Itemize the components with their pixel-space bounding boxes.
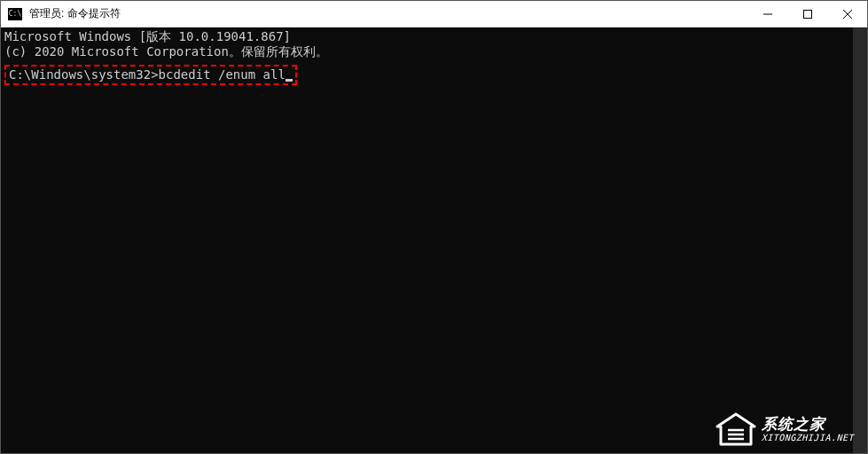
watermark-url: XITONGZHIJIA.NET [762,433,854,442]
window-title: 管理员: 命令提示符 [29,6,747,21]
watermark-name: 系统之家 [762,416,854,433]
minimize-icon [763,10,772,19]
cmd-icon: C:\ [8,8,22,20]
terminal-command: bcdedit /enum all [159,67,285,82]
svg-rect-1 [803,10,811,18]
text-cursor [285,79,293,82]
vertical-scrollbar[interactable] [853,27,867,453]
window-controls [747,1,867,27]
minimize-button[interactable] [747,1,787,27]
terminal-output-line: (c) 2020 Microsoft Corporation。保留所有权利。 [4,44,864,59]
close-icon [843,10,852,19]
close-button[interactable] [827,1,867,27]
scrollbar-thumb[interactable] [853,27,867,453]
highlighted-command-box: C:\Windows\system32>bcdedit /enum all [4,65,297,85]
terminal-prompt: C:\Windows\system32> [9,67,159,82]
maximize-icon [803,10,812,19]
terminal-area[interactable]: Microsoft Windows [版本 10.0.19041.867] (c… [1,27,867,453]
terminal-output-line: Microsoft Windows [版本 10.0.19041.867] [4,29,864,44]
maximize-button[interactable] [787,1,827,27]
watermark: 系统之家 XITONGZHIJIA.NET [716,412,854,446]
command-prompt-window: C:\ 管理员: 命令提示符 Microsoft Windows [版本 10.… [0,0,868,454]
titlebar[interactable]: C:\ 管理员: 命令提示符 [1,1,867,27]
watermark-logo-icon [716,412,756,446]
watermark-text: 系统之家 XITONGZHIJIA.NET [762,416,854,442]
